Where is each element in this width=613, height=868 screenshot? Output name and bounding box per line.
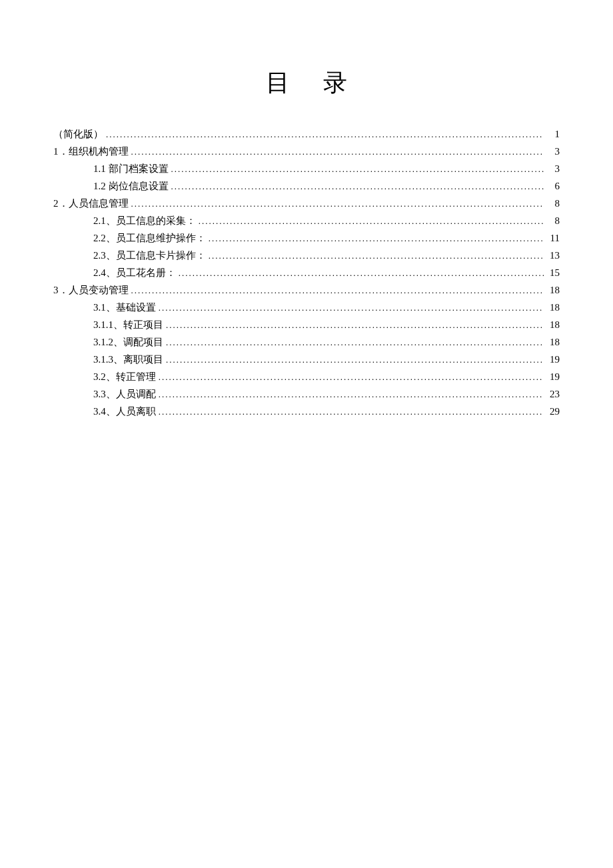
toc-label: 3.3、人员调配 (93, 386, 156, 402)
toc-entry: 2.3、员工信息卡片操作： ..........................… (53, 247, 560, 264)
page-title: 目录 (33, 67, 580, 99)
toc-page: 18 (546, 334, 560, 350)
toc-label: 3．人员变动管理 (53, 282, 129, 298)
toc-dots: ........................................… (131, 196, 544, 212)
toc-dots: ........................................… (106, 127, 544, 143)
toc-dots: ........................................… (171, 161, 544, 177)
toc-entry: 3.4、人员离职 ...............................… (53, 403, 560, 420)
toc-page: 13 (546, 247, 560, 263)
toc-label: 1.1 部门档案设置 (93, 161, 169, 177)
toc-dots: ........................................… (166, 352, 544, 368)
toc-dots: ........................................… (159, 404, 544, 420)
toc-dots: ........................................… (171, 179, 544, 195)
toc-entry: 3.1.1、转正项目 .............................… (53, 317, 560, 333)
toc-entry: （简化版） ..................................… (53, 126, 560, 143)
toc-dots: ........................................… (179, 265, 544, 281)
toc-page: 6 (546, 178, 560, 194)
toc-entry: 2.1、员工信息的采集： ...........................… (53, 213, 560, 229)
toc-label: 1.2 岗位信息设置 (93, 178, 169, 194)
toc-entry: 3．人员变动管理 ...............................… (53, 282, 560, 299)
toc-entry: 1.1 部门档案设置 .............................… (53, 161, 560, 177)
toc-dots: ........................................… (166, 335, 544, 351)
toc-label: 3.1.3、离职项目 (93, 351, 163, 367)
toc-label: 3.1.2、调配项目 (93, 334, 163, 350)
toc-dots: ........................................… (166, 317, 544, 333)
toc-page: 18 (546, 317, 560, 333)
toc-page: 19 (546, 369, 560, 385)
toc-page: 18 (546, 299, 560, 315)
table-of-contents: （简化版） ..................................… (33, 126, 580, 420)
toc-page: 1 (546, 126, 560, 142)
toc-label: 3.4、人员离职 (93, 403, 156, 419)
toc-dots: ........................................… (131, 283, 544, 299)
toc-dots: ........................................… (159, 300, 544, 316)
toc-label: 3.2、转正管理 (93, 369, 156, 385)
toc-entry: 2.2、员工信息维护操作： ..........................… (53, 230, 560, 247)
toc-entry: 2．人员信息管理 ...............................… (53, 195, 560, 212)
toc-page: 3 (546, 143, 560, 159)
toc-page: 29 (546, 403, 560, 419)
toc-label: 3.1、基础设置 (93, 299, 156, 315)
toc-page: 23 (546, 386, 560, 402)
toc-entry: 1.2 岗位信息设置 .............................… (53, 178, 560, 195)
toc-entry: 1．组织机构管理 ...............................… (53, 143, 560, 160)
toc-dots: ........................................… (159, 369, 544, 385)
toc-page: 8 (546, 195, 560, 211)
toc-entry: 3.2、转正管理 ...............................… (53, 369, 560, 385)
toc-page: 15 (546, 265, 560, 281)
toc-dots: ........................................… (199, 213, 544, 229)
toc-page: 18 (546, 282, 560, 298)
toc-label: 2.1、员工信息的采集： (93, 213, 196, 229)
toc-label: 1．组织机构管理 (53, 143, 129, 159)
toc-page: 8 (546, 213, 560, 229)
toc-label: 2．人员信息管理 (53, 195, 129, 211)
toc-page: 19 (546, 351, 560, 367)
toc-entry: 2.4、员工花名册： .............................… (53, 265, 560, 281)
toc-page: 3 (546, 161, 560, 177)
toc-label: （简化版） (53, 126, 103, 142)
toc-dots: ........................................… (209, 231, 544, 247)
toc-label: 3.1.1、转正项目 (93, 317, 163, 333)
toc-dots: ........................................… (159, 387, 544, 403)
toc-label: 2.3、员工信息卡片操作： (93, 247, 206, 263)
toc-page: 11 (546, 230, 560, 246)
toc-label: 2.4、员工花名册： (93, 265, 176, 281)
toc-entry: 3.1.2、调配项目 .............................… (53, 334, 560, 351)
toc-entry: 3.1、基础设置 ...............................… (53, 299, 560, 316)
toc-entry: 3.1.3、离职项目 .............................… (53, 351, 560, 368)
toc-dots: ........................................… (131, 144, 544, 160)
toc-dots: ........................................… (209, 248, 544, 264)
toc-entry: 3.3、人员调配 ...............................… (53, 386, 560, 403)
toc-label: 2.2、员工信息维护操作： (93, 230, 206, 246)
